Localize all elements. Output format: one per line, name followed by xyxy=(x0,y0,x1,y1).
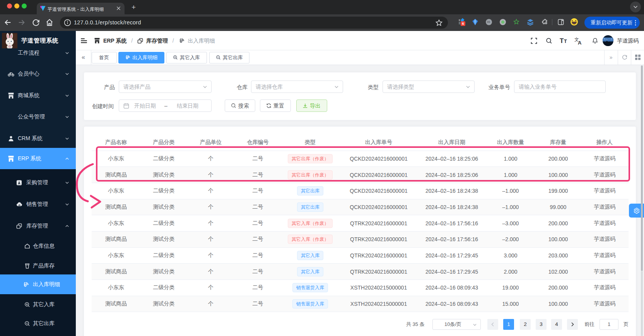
svg-text:T: T xyxy=(560,37,564,45)
svg-text:A: A xyxy=(578,40,582,45)
svg-text:T: T xyxy=(564,39,567,44)
svg-text:文心一言: 文心一言 xyxy=(603,38,613,41)
